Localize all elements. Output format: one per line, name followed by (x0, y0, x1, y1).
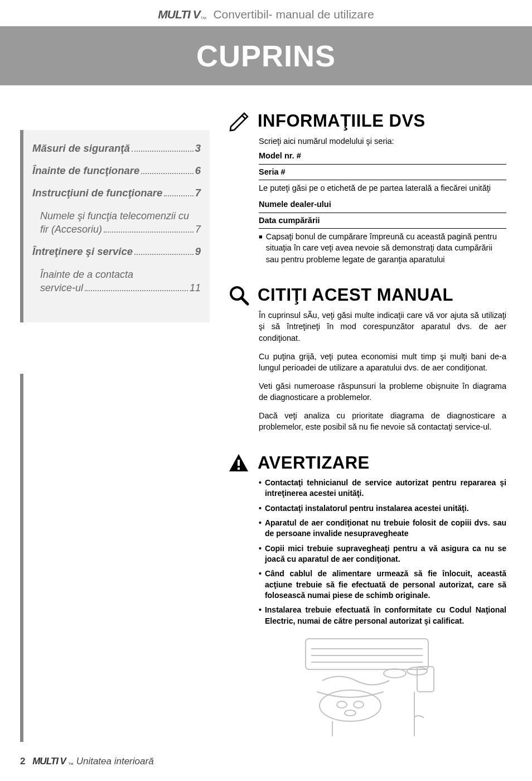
manual-paragraph: În cuprinsul sÃu, veţi găsi multe indica… (259, 310, 506, 344)
warning-item: Copii mici trebuie supravegheaţi pentru … (259, 543, 506, 565)
svg-point-14 (345, 710, 356, 716)
header-strip: MULTI V™ Convertibil- manual de utilizar… (0, 0, 532, 26)
section-header-warning: AVERTIZARE (228, 452, 506, 474)
warning-item: Aparatul de aer condiţionat nu trebuie f… (259, 518, 506, 539)
serial-number-field: Seria # (259, 165, 506, 180)
svg-point-12 (337, 701, 347, 708)
toc-label: Instrucţiuni de funcţionare (32, 187, 162, 199)
section-header-info: INFORMAŢIILE DVS (228, 110, 506, 132)
svg-point-11 (320, 690, 381, 721)
svg-line-1 (241, 298, 248, 304)
page-footer: 2 MULTI V™ Unitatea interioară (20, 756, 154, 768)
header-subtitle: Convertibil- manual de utilizare (213, 8, 374, 21)
toc-item: Măsuri de siguranţă 3 (32, 142, 201, 155)
toc-label: Înainte de a contacta (40, 268, 201, 281)
info-body: Scrieţi aici numărul modelului şi seria:… (259, 136, 506, 265)
toc-page: 7 (195, 187, 201, 199)
svg-rect-2 (238, 460, 240, 466)
svg-point-13 (354, 701, 364, 708)
manual-body: În cuprinsul sÃu, veţi găsi multe indica… (259, 310, 506, 433)
toc-label: Numele şi funcţia telecomenzii cu (40, 209, 201, 223)
left-margin-rule (20, 374, 23, 742)
warning-triangle-icon (228, 452, 250, 474)
manual-paragraph: Dacă veţi analiza cu prioritate diagrama… (259, 410, 506, 433)
footer-tm: ™ (68, 761, 74, 768)
toc-label: Măsuri de siguranţă (32, 142, 130, 155)
toc-leader (104, 232, 194, 233)
logo-tm: ™ (200, 15, 207, 23)
toc-leader (134, 254, 194, 255)
toc-leader (164, 195, 193, 196)
info-intro: Scrieţi aici numărul modelului şi seria: (259, 136, 506, 147)
toc-subitem: Numele şi funcţia telecomenzii cu fir (A… (40, 209, 201, 237)
warning-list: Contactaţi tehnicianul de service autori… (259, 478, 506, 626)
svg-rect-10 (417, 667, 434, 692)
dealer-name-field: Numele dealer-ului (259, 197, 506, 213)
manual-paragraph: Cu puţina grijă, veţi putea economisi mu… (259, 351, 506, 374)
right-column: INFORMAŢIILE DVS Scrieţi aici numărul mo… (228, 110, 512, 741)
section-header-manual: CITIŢI ACEST MANUAL (228, 284, 506, 306)
receipt-note: ■ Capsaţi bonul de cumpărare împreună cu… (259, 229, 506, 265)
toc-page: 7 (195, 223, 201, 236)
toc-page: 11 (190, 281, 201, 295)
toc-item: Instrucţiuni de funcţionare 7 (32, 187, 201, 199)
brand-logo: MULTI V (158, 8, 200, 21)
toc-page: 3 (195, 142, 201, 155)
page-title: CUPRINS (0, 26, 532, 85)
warning-item: Contactaţi tehnicianul de service autori… (259, 478, 506, 499)
footer-logo: MULTI V (32, 756, 66, 766)
toc-leader (85, 290, 188, 291)
toc-item: Întreţinere şi service 9 (32, 245, 201, 258)
toc-subitem: Înainte de a contacta service-ul 11 (40, 268, 201, 295)
warning-item: Când cablul de alimentare urmează să fie… (259, 568, 506, 601)
pencil-icon (228, 110, 250, 132)
toc-label: Întreţinere şi service (32, 245, 133, 258)
warning-heading: AVERTIZARE (258, 453, 370, 473)
receipt-note-text: Capsaţi bonul de cumpărare împreună cu a… (266, 231, 506, 265)
manual-paragraph: Veti găsi numeroase răspunsuri la proble… (259, 380, 506, 403)
svg-point-8 (384, 669, 406, 678)
footer-text: Unitatea interioară (76, 756, 154, 766)
toc-page: 6 (195, 165, 201, 177)
toc-label: service-ul (40, 281, 83, 295)
table-of-contents: Măsuri de siguranţă 3 Înainte de funcţio… (20, 130, 210, 322)
square-bullet-icon: ■ (259, 233, 263, 265)
svg-rect-3 (238, 467, 240, 470)
svg-rect-4 (306, 639, 428, 669)
toc-label: fir (Accesoriu) (40, 223, 102, 236)
page-number: 2 (20, 756, 25, 766)
toc-leader (141, 173, 193, 174)
info-note: Le puteţi găsi pe o etichetă de pe parte… (259, 180, 506, 197)
info-heading: INFORMAŢIILE DVS (258, 111, 425, 131)
model-number-field: Model nr. # (259, 148, 506, 164)
manual-heading: CITIŢI ACEST MANUAL (258, 285, 453, 305)
toc-leader (132, 151, 194, 152)
warning-item: Contactaţi instalatorul pentru instalare… (259, 503, 506, 514)
warning-item: Instalarea trebuie efectuată în conformi… (259, 605, 506, 626)
purchase-date-field: Data cumpărării (259, 213, 506, 229)
toc-page: 9 (195, 245, 201, 258)
magnifier-icon (228, 284, 250, 306)
toc-item: Înainte de funcţionare 6 (32, 165, 201, 177)
ac-unit-illustration (228, 633, 506, 741)
toc-label: Înainte de funcţionare (32, 165, 139, 177)
